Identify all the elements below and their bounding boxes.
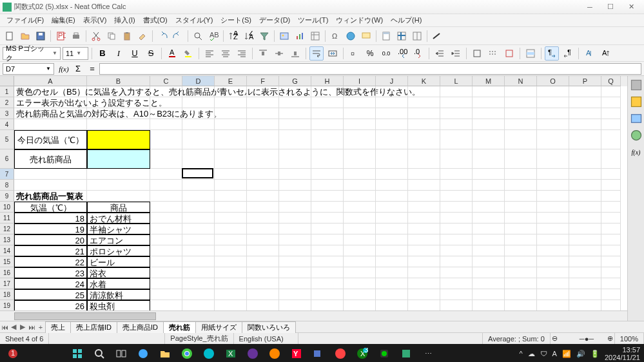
- percent-button[interactable]: %: [363, 46, 377, 61]
- cell-F17[interactable]: [247, 278, 279, 289]
- app-icon-2[interactable]: [266, 345, 284, 362]
- select-all-corner[interactable]: [0, 76, 14, 86]
- task-view-icon[interactable]: [112, 345, 130, 362]
- cell-L19[interactable]: [440, 300, 473, 310]
- maximize-button[interactable]: ☐: [600, 1, 621, 14]
- cell-C8[interactable]: [150, 180, 182, 191]
- formula-input[interactable]: [99, 63, 641, 75]
- cell-F18[interactable]: [247, 289, 279, 300]
- cell-M16[interactable]: [473, 267, 505, 278]
- cell-F1[interactable]: [247, 86, 279, 97]
- cell-L2[interactable]: [440, 97, 473, 108]
- cell-K16[interactable]: [408, 267, 440, 278]
- cell-A1[interactable]: 黄色のセル（B5）に気温を入力すると、売れ筋商品が青いセルに表示されるように、関…: [14, 86, 87, 97]
- cell-N14[interactable]: [505, 245, 537, 256]
- row-header-2[interactable]: 2: [0, 97, 14, 108]
- ltr-button[interactable]: ¶: [545, 46, 559, 61]
- cell-K1[interactable]: [408, 86, 440, 97]
- new-button[interactable]: [3, 29, 17, 43]
- start-button[interactable]: [68, 345, 86, 362]
- row-header-16[interactable]: 16: [0, 267, 14, 278]
- cell-H13[interactable]: [311, 234, 344, 245]
- cell-N2[interactable]: [505, 97, 537, 108]
- align-right-button[interactable]: [235, 46, 249, 61]
- currency-button[interactable]: ¤: [347, 46, 361, 61]
- cell-L16[interactable]: [440, 267, 473, 278]
- cell-H15[interactable]: [311, 256, 344, 267]
- cell-C16[interactable]: [150, 267, 182, 278]
- cell-H8[interactable]: [311, 180, 344, 191]
- highlight-color-button[interactable]: [181, 46, 195, 61]
- align-left-button[interactable]: [202, 46, 217, 61]
- cell-H17[interactable]: [311, 278, 344, 289]
- cell-Q10[interactable]: [601, 202, 621, 213]
- cell-D2[interactable]: [182, 97, 215, 108]
- cell-I4[interactable]: [344, 119, 376, 130]
- sheet-tab-売れ筋[interactable]: 売れ筋: [163, 321, 196, 333]
- overflow-icon[interactable]: ⋯: [419, 345, 437, 362]
- cell-N4[interactable]: [505, 119, 537, 130]
- cell-D12[interactable]: [182, 224, 215, 234]
- row-header-17[interactable]: 17: [0, 278, 14, 289]
- cell-J7[interactable]: [376, 169, 408, 180]
- cell-D3[interactable]: [182, 108, 215, 119]
- cell-L17[interactable]: [440, 278, 473, 289]
- cell-O3[interactable]: [537, 108, 569, 119]
- col-header-F[interactable]: F: [247, 76, 279, 86]
- cell-N7[interactable]: [505, 169, 537, 180]
- cell-O4[interactable]: [537, 119, 569, 130]
- sort-asc-button[interactable]: AZ: [226, 29, 240, 43]
- cell-N1[interactable]: [505, 86, 537, 97]
- sheet-tab-売上店舗ID[interactable]: 売上店舗ID: [70, 321, 117, 333]
- defender-icon[interactable]: 🛡: [540, 350, 547, 357]
- cell-B8[interactable]: [87, 180, 150, 191]
- cell-F4[interactable]: [247, 119, 279, 130]
- strikethrough-button[interactable]: S: [144, 46, 158, 61]
- cell-H11[interactable]: [311, 213, 344, 224]
- cell-M7[interactable]: [473, 169, 505, 180]
- cell-N9[interactable]: [505, 191, 537, 202]
- cell-Q11[interactable]: [601, 213, 621, 224]
- cell-O16[interactable]: [537, 267, 569, 278]
- cell-I7[interactable]: [344, 169, 376, 180]
- yahoo-icon[interactable]: Y: [288, 345, 306, 362]
- cell-B1[interactable]: [87, 86, 150, 97]
- text-direction-button[interactable]: A: [582, 46, 596, 61]
- name-box[interactable]: D7▼: [3, 63, 54, 75]
- text-direction-vert-button[interactable]: A: [598, 46, 612, 61]
- cell-H9[interactable]: [311, 191, 344, 202]
- undo-button[interactable]: [155, 29, 170, 43]
- conditional-format-button[interactable]: [523, 46, 538, 61]
- row-header-13[interactable]: 13: [0, 234, 14, 245]
- cell-D13[interactable]: [182, 234, 215, 245]
- cell-B11[interactable]: おでん材料: [87, 213, 150, 224]
- font-color-button[interactable]: A: [165, 46, 179, 61]
- cell-E6[interactable]: [215, 149, 247, 169]
- function-equals-button[interactable]: =: [85, 62, 99, 76]
- zoom-slider[interactable]: ⊖─●─⊕: [551, 333, 615, 344]
- cell-E18[interactable]: [215, 289, 247, 300]
- cell-M2[interactable]: [473, 97, 505, 108]
- cell-O2[interactable]: [537, 97, 569, 108]
- cell-Q5[interactable]: [601, 130, 621, 149]
- cell-O13[interactable]: [537, 234, 569, 245]
- cell-J13[interactable]: [376, 234, 408, 245]
- minimize-button[interactable]: ─: [580, 1, 600, 14]
- cell-D15[interactable]: [182, 256, 215, 267]
- cell-C7[interactable]: [150, 169, 182, 180]
- close-button[interactable]: ✕: [621, 1, 641, 14]
- cell-F3[interactable]: [247, 108, 279, 119]
- cell-I12[interactable]: [344, 224, 376, 234]
- cell-M12[interactable]: [473, 224, 505, 234]
- remove-decimal-button[interactable]: .0: [411, 46, 425, 61]
- volume-icon[interactable]: 🔊: [576, 350, 585, 358]
- cell-I9[interactable]: [344, 191, 376, 202]
- cell-F2[interactable]: [247, 97, 279, 108]
- cell-Q7[interactable]: [601, 169, 621, 180]
- cell-G10[interactable]: [279, 202, 311, 213]
- cell-E11[interactable]: [215, 213, 247, 224]
- cell-B2[interactable]: [87, 97, 150, 108]
- cell-K3[interactable]: [408, 108, 440, 119]
- cell-E16[interactable]: [215, 267, 247, 278]
- cell-H12[interactable]: [311, 224, 344, 234]
